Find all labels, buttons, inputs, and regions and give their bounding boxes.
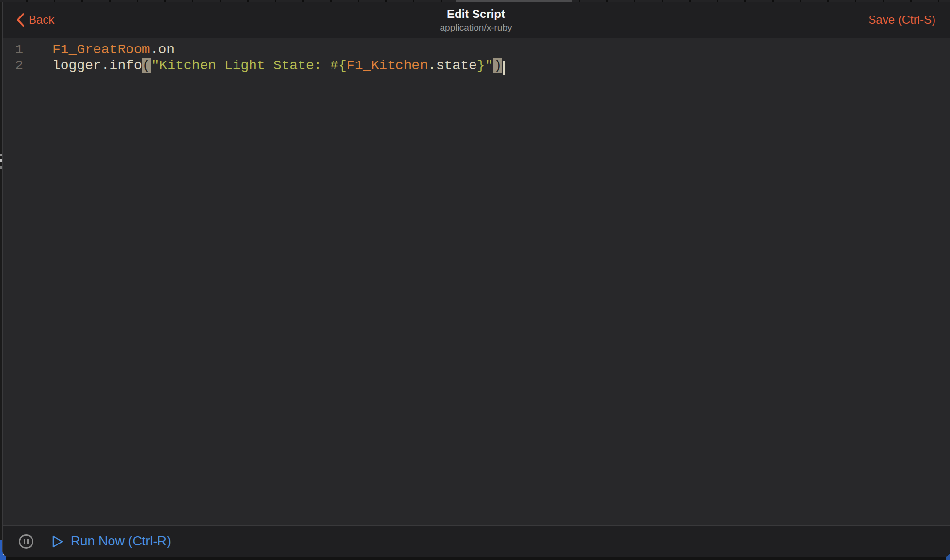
- chevron-left-icon: [16, 13, 25, 27]
- save-button[interactable]: Save (Ctrl-S): [868, 13, 935, 27]
- page-subtitle: application/x-ruby: [440, 21, 512, 33]
- run-now-button[interactable]: Run Now (Ctrl-R): [52, 534, 171, 549]
- navbar-title-block: Edit Script application/x-ruby: [440, 7, 512, 33]
- pause-circle-icon[interactable]: [19, 534, 33, 549]
- code-token-string: "Kitchen Light State: #{: [151, 58, 347, 73]
- pause-bar: [27, 539, 29, 544]
- code-token-constant: F1_Kitchen: [347, 58, 428, 73]
- play-icon: [52, 535, 63, 548]
- code-line[interactable]: 1F1_GreatRoom.on: [3, 42, 950, 58]
- code-line[interactable]: 2logger.info("Kitchen Light State: #{F1_…: [3, 58, 950, 74]
- code-token-bracket-match: ): [493, 58, 502, 73]
- code-editor[interactable]: 1F1_GreatRoom.on2logger.info("Kitchen Li…: [3, 38, 950, 525]
- code-token-plain: logger.info: [52, 58, 142, 73]
- text-cursor: [503, 61, 505, 75]
- line-number: 2: [3, 58, 23, 74]
- edit-script-modal: Back Edit Script application/x-ruby Save…: [2, 2, 950, 557]
- code-line-content: F1_GreatRoom.on: [52, 42, 174, 58]
- code-token-string: }": [477, 58, 493, 73]
- bottom-toolbar: Run Now (Ctrl-R): [3, 525, 950, 557]
- code-token-bracket-match: (: [142, 58, 151, 73]
- code-line-content: logger.info("Kitchen Light State: #{F1_K…: [52, 58, 505, 74]
- code-token-plain: .state: [428, 58, 477, 73]
- navbar: Back Edit Script application/x-ruby Save…: [3, 2, 950, 38]
- run-now-label: Run Now (Ctrl-R): [71, 534, 171, 549]
- pause-bar: [24, 539, 25, 544]
- code-token-plain: .on: [150, 42, 174, 57]
- navbar-left: Back: [3, 13, 440, 27]
- code-token-constant: F1_GreatRoom: [52, 42, 150, 57]
- back-button[interactable]: Back: [16, 13, 54, 27]
- navbar-right: Save (Ctrl-S): [512, 13, 950, 27]
- page-title: Edit Script: [440, 7, 512, 21]
- line-number: 1: [3, 42, 23, 58]
- back-button-label: Back: [29, 13, 54, 27]
